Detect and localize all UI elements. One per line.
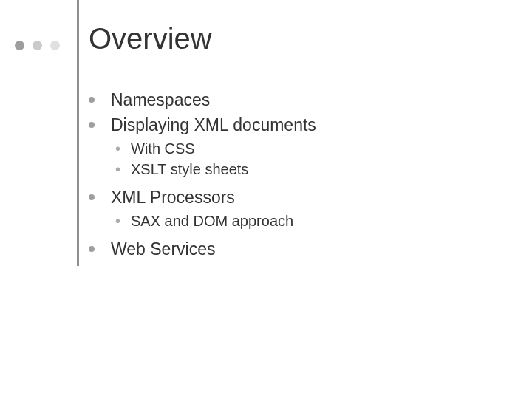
slide: Overview Namespaces Displaying XML docum… [0, 0, 532, 399]
bullet-icon: • [115, 212, 120, 230]
sub-list-item: • With CSS [115, 139, 473, 158]
dot-icon [15, 41, 24, 50]
bullet-icon [89, 97, 95, 103]
vertical-divider [77, 0, 79, 266]
list-item-text: Web Services [111, 238, 215, 260]
dot-icon [50, 41, 60, 50]
list-item-text: Namespaces [111, 89, 210, 111]
list-item: XML Processors [89, 186, 473, 208]
list-item: Displaying XML documents [89, 114, 473, 136]
bullet-icon: • [115, 140, 120, 157]
slide-title: Overview [89, 22, 212, 55]
list-item: Web Services [89, 238, 473, 260]
sub-list-item-text: With CSS [131, 139, 195, 158]
bullet-icon [89, 194, 95, 200]
bullet-icon: • [115, 160, 120, 178]
list-item: Namespaces [89, 89, 473, 111]
sub-list-item-text: SAX and DOM approach [131, 211, 293, 231]
slide-content: Namespaces Displaying XML documents • Wi… [89, 89, 473, 263]
dot-icon [33, 41, 42, 50]
decorative-dots [15, 41, 60, 50]
sub-list-item: • SAX and DOM approach [115, 211, 473, 231]
list-item-text: XML Processors [111, 186, 235, 208]
list-item-text: Displaying XML documents [111, 114, 316, 136]
sub-list-item-text: XSLT style sheets [131, 160, 248, 179]
bullet-icon [89, 246, 95, 252]
bullet-icon [89, 122, 95, 128]
sub-list-item: • XSLT style sheets [115, 160, 473, 179]
